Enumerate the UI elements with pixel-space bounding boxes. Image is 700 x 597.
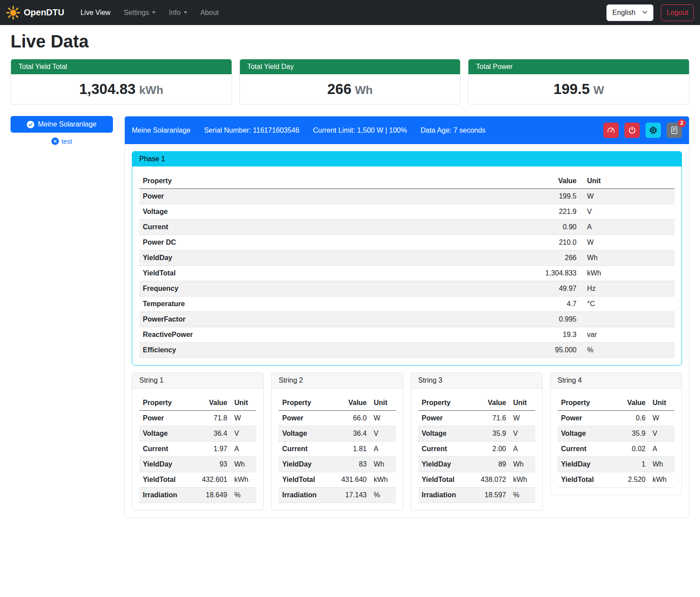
table-row: Irradiation18.649% (139, 488, 256, 503)
table-row: YieldDay83Wh (279, 457, 395, 472)
column-header-property: Property (139, 395, 196, 411)
unit-cell: A (510, 441, 535, 457)
property-cell: Frequency (139, 281, 527, 297)
property-cell: Efficiency (139, 343, 527, 358)
table-body: Power199.5WVoltage221.9VCurrent0.90APowe… (139, 189, 675, 358)
summary-card-body: 199.5W (468, 74, 689, 104)
property-cell: Voltage (279, 426, 335, 441)
column-header-unit: Unit (370, 395, 396, 411)
unit-cell: Wh (231, 457, 256, 472)
column-header-value: Value (614, 395, 649, 411)
summary-card-body: 266Wh (240, 74, 461, 104)
property-cell: Current (139, 441, 196, 457)
table-row: ReactivePower19.3var (139, 327, 675, 343)
event-log-button[interactable]: 2 (667, 123, 682, 138)
value-cell: 18.597 (475, 488, 510, 503)
phase-card-body: Property Value Unit Power199.5WVoltage22… (132, 166, 682, 365)
power-toggle-button[interactable] (624, 123, 640, 138)
inverter-select-button[interactable]: Meine Solaranlage (11, 116, 113, 133)
value-cell: 18.649 (196, 488, 231, 503)
value-cell: 19.3 (527, 327, 580, 343)
unit-cell: kWh (649, 472, 675, 488)
value-cell: 1 (614, 457, 649, 472)
property-cell: YieldTotal (558, 472, 614, 488)
table-row: YieldDay89Wh (418, 457, 535, 472)
string-card-title: String 1 (132, 373, 263, 388)
unit-cell: V (649, 426, 675, 441)
unit-cell: % (580, 343, 675, 358)
string-card-3: String 3 Property Value Unit (411, 373, 543, 510)
value-cell: 2.00 (475, 441, 510, 457)
table-header-row: Property Value Unit (558, 395, 675, 411)
power-icon (628, 126, 636, 134)
unit-cell: A (231, 441, 256, 457)
property-cell: Voltage (558, 426, 614, 441)
inverter-sidebar: Meine Solaranlage test (11, 116, 113, 145)
unit-cell: V (231, 426, 256, 441)
table-row: Current0.90A (139, 220, 675, 235)
column-header-property: Property (558, 395, 614, 411)
nav-item-about[interactable]: About (194, 5, 225, 20)
value-cell: 35.9 (475, 426, 510, 441)
column-header-value: Value (335, 395, 370, 411)
string-card-title: String 3 (411, 373, 542, 388)
table-row: PowerFactor0.995 (139, 312, 675, 327)
table-head: Property Value Unit (558, 395, 675, 411)
brand[interactable]: OpenDTU (6, 5, 64, 20)
value-cell: 432.601 (196, 472, 231, 488)
property-cell: Temperature (139, 297, 527, 312)
summary-card-value: 1,304.83 (79, 81, 135, 97)
nav-item-label: Info (169, 9, 181, 17)
value-cell: 0.90 (527, 220, 580, 235)
property-cell: Irradiation (279, 488, 335, 503)
string-card-4: String 4 Property Value Unit (550, 373, 682, 495)
property-cell: Power (279, 411, 335, 426)
property-cell: ReactivePower (139, 327, 527, 343)
content-row: Meine Solaranlage test Meine Solaranlage (11, 116, 689, 518)
limit-settings-button[interactable] (603, 123, 619, 138)
table-body: Power0.6WVoltage35.9VCurrent0.02AYieldDa… (558, 411, 675, 488)
check-circle-icon (27, 121, 34, 128)
value-cell: 199.5 (527, 189, 580, 204)
x-circle-icon (51, 137, 59, 145)
table-row: Irradiation17.143% (279, 488, 395, 503)
string-card-body: Property Value Unit Power66.0WVoltage36.… (272, 388, 403, 510)
table-header-row: Property Value Unit (139, 395, 256, 411)
inverter-current-limit: Current Limit: 1,500 W | 100% (313, 127, 407, 134)
tag-test[interactable]: test (51, 137, 72, 145)
string-card-1: String 1 Property Value Unit (132, 373, 264, 510)
language-select[interactable]: English (606, 4, 653, 21)
unit-cell: A (370, 441, 396, 457)
sun-logo-icon (6, 5, 21, 20)
logout-button[interactable]: Logout (661, 4, 694, 21)
language-select-value: English (613, 9, 635, 17)
inverter-card-header: Meine Solaranlage Serial Number: 1161716… (125, 116, 689, 144)
unit-cell: kWh (231, 472, 256, 488)
property-cell: Current (279, 441, 335, 457)
table-row: YieldDay266Wh (139, 250, 675, 266)
unit-cell: Wh (370, 457, 396, 472)
table-body: Power71.8WVoltage36.4VCurrent1.97AYieldD… (139, 411, 256, 503)
nav-item-live-view[interactable]: Live View (74, 5, 117, 20)
property-cell: Voltage (139, 204, 527, 220)
property-cell: Current (139, 220, 527, 235)
nav-item-settings[interactable]: Settings (117, 5, 162, 20)
table-row: Voltage35.9V (558, 426, 675, 441)
device-info-button[interactable] (646, 123, 661, 138)
chevron-down-icon (642, 11, 647, 14)
inverter-select-label: Meine Solaranlage (38, 120, 96, 128)
string-table: Property Value Unit Power66.0WVoltage36.… (279, 395, 395, 503)
unit-cell: Hz (580, 281, 675, 297)
string-card-title: String 2 (272, 373, 403, 388)
table-row: YieldTotal2.520kWh (558, 472, 675, 488)
value-cell: 210.0 (527, 235, 580, 250)
string-table: Property Value Unit Power71.6WVoltage35.… (418, 395, 535, 503)
property-cell: YieldDay (558, 457, 614, 472)
value-cell: 1,304.833 (527, 266, 580, 281)
nav-item-info[interactable]: Info (162, 5, 194, 20)
table-row: YieldTotal431.640kWh (279, 472, 395, 488)
unit-cell: Wh (510, 457, 535, 472)
column-header-value: Value (475, 395, 510, 411)
table-header-row: Property Value Unit (418, 395, 535, 411)
nav-item-label: About (200, 9, 219, 17)
